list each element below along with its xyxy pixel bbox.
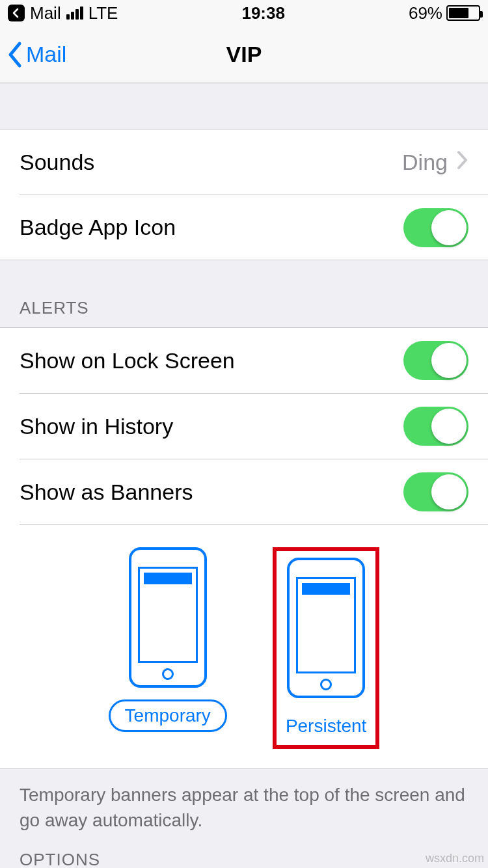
banners-row: Show as Banners xyxy=(0,459,488,524)
alerts-header: ALERTS xyxy=(0,260,488,327)
options-header: OPTIONS xyxy=(0,850,488,868)
phone-icon xyxy=(129,547,207,688)
battery-icon xyxy=(446,5,480,21)
back-to-app-icon[interactable] xyxy=(8,5,25,21)
banners-toggle[interactable] xyxy=(403,472,468,511)
carrier-label: LTE xyxy=(88,3,118,23)
battery-fill xyxy=(449,8,468,18)
sounds-label: Sounds xyxy=(20,150,94,175)
badge-row: Badge App Icon xyxy=(0,195,488,260)
badge-label: Badge App Icon xyxy=(20,215,176,240)
signal-icon xyxy=(66,7,83,20)
footer-description: Temporary banners appear at the top of t… xyxy=(0,769,488,850)
chevron-right-icon xyxy=(457,150,468,175)
watermark: wsxdn.com xyxy=(426,852,484,865)
status-bar: Mail LTE 19:38 69% xyxy=(0,0,488,26)
badge-toggle[interactable] xyxy=(403,208,468,247)
banner-style-temporary[interactable]: Temporary xyxy=(109,547,227,749)
sounds-value: Ding xyxy=(402,150,448,175)
status-left: Mail LTE xyxy=(8,3,118,23)
persistent-label: Persistent xyxy=(286,710,367,742)
status-time: 19:38 xyxy=(241,3,285,23)
back-label: Mail xyxy=(26,42,66,67)
banner-style-row: Temporary Persistent xyxy=(0,525,488,769)
back-to-app-label[interactable]: Mail xyxy=(30,3,61,23)
annotation-highlight: Persistent xyxy=(273,547,380,749)
status-right: 69% xyxy=(409,3,480,23)
section-alerts: Show on Lock Screen Show in History Show… xyxy=(0,327,488,769)
banner-style-persistent[interactable]: Persistent xyxy=(286,558,367,742)
lockscreen-row: Show on Lock Screen xyxy=(0,328,488,393)
page-title: VIP xyxy=(0,42,488,67)
lockscreen-toggle[interactable] xyxy=(403,341,468,380)
battery-percent: 69% xyxy=(409,3,442,23)
banners-label: Show as Banners xyxy=(20,480,193,505)
history-toggle[interactable] xyxy=(403,407,468,446)
temporary-label: Temporary xyxy=(109,699,227,732)
back-button[interactable]: Mail xyxy=(0,41,66,68)
sounds-row[interactable]: Sounds Ding xyxy=(0,129,488,195)
lockscreen-label: Show on Lock Screen xyxy=(20,348,235,373)
history-label: Show in History xyxy=(20,414,173,439)
history-row: Show in History xyxy=(0,394,488,459)
phone-icon xyxy=(287,558,365,698)
nav-bar: Mail VIP xyxy=(0,26,488,83)
chevron-left-icon xyxy=(7,41,23,68)
section-general: Sounds Ding Badge App Icon xyxy=(0,129,488,260)
